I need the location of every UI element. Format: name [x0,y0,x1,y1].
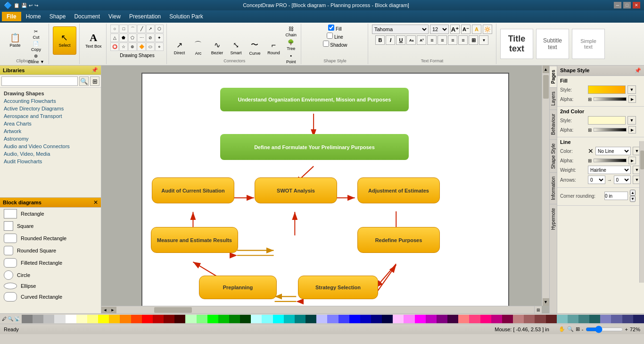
shape-menu[interactable]: Shape [46,12,70,21]
palette-icon-1[interactable]: 🖊 [2,316,7,321]
close-button[interactable]: ✕ [633,2,640,8]
textbox-button[interactable]: A Text Box [83,26,104,55]
shape-tool-12[interactable]: ✦ [155,34,164,42]
alpha-more[interactable]: ▶ [628,95,636,103]
palette-color[interactable] [185,315,196,323]
library-scrollbar[interactable] [639,141,644,283]
more-format-button[interactable]: ⊞ [469,35,478,45]
italic-button[interactable]: I [386,35,395,45]
hscroll-thumb[interactable] [154,307,192,313]
shape-tool-15[interactable]: ⊕ [128,42,137,51]
palette-color[interactable] [120,315,131,323]
palette-color[interactable] [240,315,251,323]
palette-color[interactable] [33,315,43,323]
palette-color[interactable] [87,315,98,323]
palette-color[interactable] [568,315,578,323]
palette-color[interactable] [557,315,568,323]
palette-icon-2[interactable]: 🔍 [8,316,13,321]
shape-measure[interactable]: Measure and Estimate Results [151,227,238,253]
shape-tool-2[interactable]: □ [119,25,128,33]
shape-curved-rect[interactable]: Curved Rectangle [0,291,101,303]
shape-tool-9[interactable]: ⬠ [128,34,137,42]
palette-color[interactable] [349,315,360,323]
bezier-button[interactable]: ∿ Bezier [208,35,225,61]
tree-button[interactable]: 🌳 Tree [284,39,298,51]
chain-button[interactable]: ⛓ Chain [284,25,298,38]
shape-tool-8[interactable]: ⬟ [119,34,128,42]
palette-color[interactable] [142,315,153,323]
home-menu[interactable]: Home [22,12,45,21]
minimize-button[interactable]: ─ [614,2,621,8]
weight-select[interactable]: Hairline [588,166,631,174]
shape-tool-14[interactable]: ☆ [119,42,128,51]
shape-understand[interactable]: Understand Organization Environment, Mis… [220,88,409,111]
zoom-slider[interactable] [586,327,623,332]
palette-color[interactable] [491,315,502,323]
palette-color[interactable] [404,315,414,323]
smart-button[interactable]: ⤡ Smart [227,35,244,61]
corner-input[interactable] [604,192,628,200]
shape-tool-10[interactable]: ⋯ [137,34,146,42]
shape-rounded-square[interactable]: Rounded Square [0,244,101,257]
palette-color[interactable] [633,315,644,323]
palette-color[interactable] [339,315,349,323]
canvas-vscroll[interactable]: ▲ ▼ [542,66,549,306]
shape-tool-17[interactable]: ⬭ [146,42,155,51]
arc-button[interactable]: ⌒ Arc [190,35,206,61]
palette-icon-3[interactable]: 📡 [14,316,20,321]
shape-tool-1[interactable]: ○ [110,25,119,33]
palette-color[interactable] [229,315,240,323]
information-tab[interactable]: Information [550,172,557,204]
shape-square[interactable]: Square [0,220,101,232]
subscript-button[interactable]: A₂ [406,35,416,45]
palette-color[interactable] [76,315,87,323]
palette-color[interactable] [22,315,33,323]
library-view-button[interactable]: ⊞ [90,76,99,86]
curve-button[interactable]: 〜 Curve [246,35,263,61]
hscroll-left[interactable]: ◄ [101,307,109,313]
line-alpha-more[interactable]: ▶ [628,157,636,164]
shape-tool-13[interactable]: ⭕ [110,42,119,51]
simple-text-style[interactable]: Simple text [572,29,605,59]
palette-color[interactable] [197,315,207,323]
file-menu[interactable]: File [2,12,21,21]
palette-color[interactable] [622,315,633,323]
palette-color[interactable] [316,315,327,323]
palette-color[interactable] [273,315,284,323]
palette-color[interactable] [360,315,371,323]
pin-icon-right[interactable]: 📌 [635,67,641,74]
palette-color[interactable] [174,315,185,323]
document-menu[interactable]: Document [70,12,104,21]
palette-color[interactable] [535,315,545,323]
palette-color[interactable] [382,315,393,323]
canvas-fullscreen[interactable]: ⊞ [534,306,542,314]
shape-strategy[interactable]: Strategy Selection [298,276,378,299]
font-size-select[interactable]: 12 [430,25,449,34]
palette-color[interactable] [393,315,404,323]
shape-define[interactable]: Define and Formulate Your Preliminary Pu… [220,134,409,160]
palette-color[interactable] [164,315,174,323]
palette-color[interactable] [66,315,76,323]
library-search-button[interactable]: 🔍 [79,76,89,86]
presentation-menu[interactable]: Presentation [125,12,165,21]
palette-color[interactable] [458,315,469,323]
palette-color[interactable] [98,315,109,323]
zoom-fit-icon[interactable]: ⊞ [576,326,580,332]
superscript-button[interactable]: A² [417,35,426,45]
palette-color[interactable] [578,315,589,323]
palette-color[interactable] [43,315,54,323]
grow-font-button[interactable]: A⁺ [450,25,460,34]
alpha-slider[interactable] [594,97,627,101]
shape-ellipse[interactable]: Ellipse [0,281,101,291]
palette-color[interactable] [469,315,480,323]
highlight-button[interactable]: 🔆 [483,25,492,34]
shape-tool-3[interactable]: ⌒ [128,25,137,33]
lib-item-audit[interactable]: Audit Flowcharts [0,158,101,165]
arrows-select-left[interactable]: 0 [588,176,605,184]
round-button[interactable]: ⌐ Round [265,35,282,61]
copy-button[interactable]: 📄 Copy [26,41,46,52]
shape-tool-18[interactable]: ⋄ [155,42,164,51]
zoom-out-button[interactable]: - [582,327,584,332]
palette-color[interactable] [447,315,458,323]
underline-button[interactable]: U [396,35,405,45]
